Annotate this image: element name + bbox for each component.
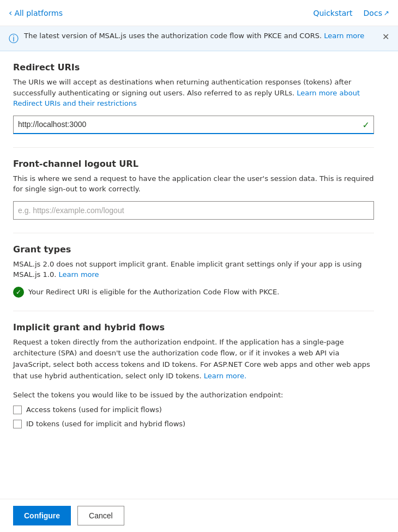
banner-text: The latest version of MSAL.js uses the a… [24, 32, 377, 40]
divider-1 [13, 147, 374, 148]
configure-button[interactable]: Configure [13, 506, 71, 525]
main-content-area: Redirect URIs The URIs we will accept as… [0, 51, 398, 463]
banner-close-button[interactable]: ✕ [382, 32, 389, 42]
front-channel-input-wrapper [13, 201, 374, 220]
implicit-grant-title: Implicit grant and hybrid flows [13, 322, 374, 332]
id-tokens-checkbox[interactable] [13, 420, 22, 428]
front-channel-title: Front-channel logout URL [13, 159, 374, 169]
front-channel-logout-input[interactable] [13, 201, 374, 220]
redirect-uris-description: The URIs we will accept as destinations … [13, 77, 374, 109]
success-text: Your Redirect URI is eligible for the Au… [28, 288, 279, 296]
nav-right: Quickstart Docs ↗ [313, 9, 389, 17]
id-tokens-checkbox-item: ID tokens (used for implicit and hybrid … [13, 420, 374, 428]
redirect-uris-section: Redirect URIs The URIs we will accept as… [13, 62, 374, 134]
quickstart-link[interactable]: Quickstart [313, 9, 352, 17]
action-bar: Configure Cancel [0, 499, 398, 532]
top-nav: ‹ All platforms Quickstart Docs ↗ [0, 0, 398, 26]
front-channel-description: This is where we send a request to have … [13, 173, 374, 195]
redirect-uri-input[interactable] [13, 116, 374, 134]
back-navigation[interactable]: ‹ All platforms [9, 8, 63, 18]
redirect-uri-input-wrapper: ✓ [13, 116, 374, 134]
implicit-grant-learn-more-link[interactable]: Learn more. [204, 372, 246, 380]
id-tokens-label: ID tokens (used for implicit and hybrid … [26, 420, 185, 428]
success-check-icon: ✓ [13, 287, 24, 298]
main-content: Redirect URIs The URIs we will accept as… [0, 51, 387, 452]
info-banner: ⓘ The latest version of MSAL.js uses the… [0, 26, 398, 51]
access-tokens-label: Access tokens (used for implicit flows) [26, 406, 162, 414]
token-checkbox-group: Access tokens (used for implicit flows) … [13, 406, 374, 428]
grant-types-learn-more-link[interactable]: Learn more [58, 270, 99, 279]
chevron-left-icon: ‹ [9, 8, 12, 18]
grant-types-section: Grant types MSAL.js 2.0 does not support… [13, 244, 374, 298]
divider-3 [13, 311, 374, 311]
implicit-grant-description: Request a token directly from the author… [13, 337, 374, 382]
info-icon: ⓘ [9, 32, 19, 45]
banner-learn-more-link[interactable]: Learn more [324, 32, 364, 40]
divider-2 [13, 233, 374, 233]
redirect-uris-title: Redirect URIs [13, 62, 374, 72]
back-label: All platforms [14, 9, 63, 17]
access-tokens-checkbox[interactable] [13, 406, 22, 414]
input-valid-icon: ✓ [363, 119, 370, 130]
front-channel-section: Front-channel logout URL This is where w… [13, 159, 374, 220]
docs-label: Docs [364, 9, 382, 17]
implicit-grant-section: Implicit grant and hybrid flows Request … [13, 322, 374, 428]
cancel-button[interactable]: Cancel [77, 506, 124, 525]
docs-link[interactable]: Docs ↗ [364, 9, 389, 17]
success-badge: ✓ Your Redirect URI is eligible for the … [13, 287, 374, 298]
access-tokens-checkbox-item: Access tokens (used for implicit flows) [13, 406, 374, 414]
external-link-icon: ↗ [384, 9, 389, 17]
grant-types-title: Grant types [13, 244, 374, 255]
select-tokens-label: Select the tokens you would like to be i… [13, 391, 374, 399]
grant-types-description: MSAL.js 2.0 does not support implicit gr… [13, 259, 374, 280]
